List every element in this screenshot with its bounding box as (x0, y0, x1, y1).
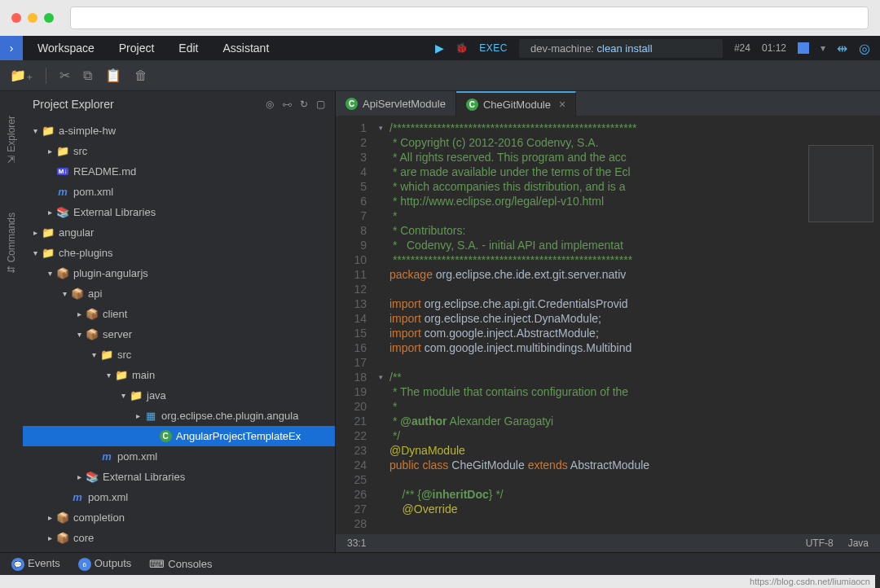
project-explorer: Project Explorer ◎ ⧟ ↻ ▢ ▾📁a-simple-hw▸📁… (23, 91, 336, 552)
refresh-icon[interactable]: ↻ (300, 99, 308, 110)
run-number: #24 (734, 42, 750, 54)
tree-node[interactable]: ▸📚External Libraries (23, 467, 335, 487)
tab-events[interactable]: 💬Events (11, 557, 60, 572)
tree-node[interactable]: M↓README.md (23, 161, 335, 182)
tree-node[interactable]: ▾📁src (23, 344, 335, 365)
tab-consoles[interactable]: ⌨Consoles (149, 558, 212, 570)
tree-node[interactable]: ▾📁a-simple-hw (23, 121, 335, 141)
left-rail: ⇲Explorer ⇵Commands (0, 91, 23, 552)
stop-icon[interactable] (798, 42, 809, 54)
editor-tabs: CApiServletModuleCCheGitModule× (336, 91, 880, 116)
collapse-icon[interactable]: ⧟ (282, 99, 292, 110)
menu-project[interactable]: Project (119, 42, 155, 55)
tree-node[interactable]: ▾📁main (23, 365, 335, 385)
tree-node[interactable]: ▸▦org.eclipse.che.plugin.angula (23, 406, 335, 426)
panel-title: Project Explorer (33, 98, 114, 111)
cursor-position: 33:1 (347, 538, 366, 549)
editor-status: 33:1 UTF-8 Java (336, 534, 880, 552)
tree-node[interactable]: ▾📦plugin-angularjs (23, 263, 335, 283)
tab-outputs[interactable]: 6Outputs (78, 557, 132, 572)
menu-workspace[interactable]: Workspace (37, 42, 95, 55)
menu-toggle[interactable]: › (0, 36, 23, 60)
dropdown-icon[interactable]: ▾ (821, 42, 825, 54)
tree-node[interactable]: ▸📁angular (23, 222, 335, 243)
debug-icon[interactable]: 🐞 (455, 42, 468, 54)
browser-chrome (0, 0, 880, 36)
run-time: 01:12 (762, 42, 786, 54)
tree-node[interactable]: ▾📁java (23, 385, 335, 406)
tree-node[interactable]: ▸📚External Libraries (23, 202, 335, 222)
target-icon[interactable]: ◎ (859, 41, 870, 56)
run-icon[interactable]: ▶ (435, 42, 444, 55)
rail-explorer[interactable]: ⇲Explorer (6, 116, 17, 164)
command-selector[interactable]: dev-machine: clean install (519, 39, 723, 58)
file-encoding[interactable]: UTF-8 (806, 538, 834, 549)
close-icon[interactable]: × (559, 98, 565, 111)
tree-node[interactable]: ▸📦core (23, 528, 335, 548)
tree-node[interactable]: mpom.xml (23, 182, 335, 202)
bottom-panel: 💬Events 6Outputs ⌨Consoles (0, 552, 880, 575)
toolbar: 📁₊ ✂ ⧉ 📋 🗑 (0, 60, 880, 91)
tree-node[interactable]: ▸📦completion (23, 507, 335, 528)
tree-node[interactable]: ▸📁src (23, 141, 335, 161)
menu-assistant[interactable]: Assistant (222, 42, 269, 55)
settings-icon[interactable]: ▢ (316, 99, 325, 110)
tree-node[interactable]: ▾📁che-plugins (23, 243, 335, 263)
tree-node[interactable]: CAngularProjectTemplateEx (23, 426, 335, 446)
tree-node[interactable]: ▾📦server (23, 324, 335, 344)
cut-icon[interactable]: ✂ (59, 68, 70, 83)
file-language[interactable]: Java (848, 538, 869, 549)
maximize-window[interactable] (44, 13, 54, 23)
minimap[interactable] (808, 145, 873, 222)
menubar: › WorkspaceProjectEditAssistant ▶ 🐞 EXEC… (0, 36, 880, 60)
line-gutter: 1234567891011121314151617181920212223242… (336, 116, 375, 534)
menu-edit[interactable]: Edit (178, 42, 198, 55)
rail-commands[interactable]: ⇵Commands (6, 213, 17, 274)
paste-icon[interactable]: 📋 (105, 68, 121, 83)
minimize-window[interactable] (28, 13, 37, 23)
address-bar[interactable] (70, 7, 869, 29)
locate-icon[interactable]: ◎ (266, 99, 274, 110)
tree-node[interactable]: ▸📦client (23, 304, 335, 324)
editor-area: CApiServletModuleCCheGitModule× 12345678… (336, 91, 880, 552)
tree-node[interactable]: ▾📦api (23, 283, 335, 304)
bluetooth-icon[interactable]: ⇹ (837, 41, 847, 56)
delete-icon[interactable]: 🗑 (134, 68, 147, 83)
close-window[interactable] (11, 13, 21, 23)
window-controls (11, 13, 54, 23)
code-content[interactable]: /***************************************… (386, 116, 880, 534)
exec-label: EXEC (479, 42, 508, 54)
copy-icon[interactable]: ⧉ (83, 68, 92, 83)
source-url: https://blog.csdn.net/liumiaocn (0, 575, 875, 588)
tree-node[interactable]: mpom.xml (23, 446, 335, 467)
new-file-icon[interactable]: 📁₊ (10, 68, 33, 83)
fold-column: ▾▾ (375, 116, 386, 534)
tree-node[interactable]: mpom.xml (23, 487, 335, 507)
editor-tab[interactable]: CCheGitModule× (456, 91, 576, 116)
editor-tab[interactable]: CApiServletModule (336, 91, 456, 116)
